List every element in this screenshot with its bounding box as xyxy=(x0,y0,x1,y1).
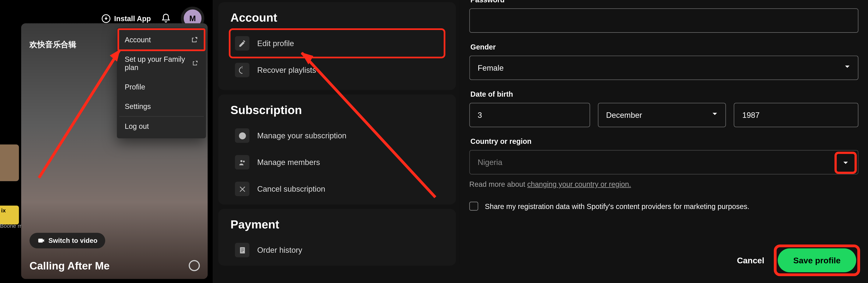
sidebar-item-label: Order history xyxy=(257,246,302,254)
spotify-home-panel: Install App M ix Boone rren 欢快音乐合辑 Switc… xyxy=(0,0,213,283)
svg-rect-1 xyxy=(38,239,43,242)
annotation-arrow xyxy=(33,44,134,183)
svg-point-5 xyxy=(240,160,242,162)
country-select[interactable]: Nigeria xyxy=(469,150,859,175)
section-head-account: Account xyxy=(230,11,444,25)
install-app-label: Install App xyxy=(114,14,151,23)
pencil-icon xyxy=(235,36,249,50)
country-value: Nigeria xyxy=(478,158,502,167)
country-label: Country or region xyxy=(470,137,859,145)
gender-label: Gender xyxy=(470,43,859,51)
dob-year-input[interactable] xyxy=(734,103,859,127)
svg-line-8 xyxy=(302,53,435,197)
menu-item-label: Set up your Family plan xyxy=(125,55,191,72)
marketing-consent-row[interactable]: Share my registration data with Spotify'… xyxy=(469,202,859,211)
marketing-label: Share my registration data with Spotify'… xyxy=(485,202,749,210)
refresh-icon xyxy=(235,63,249,77)
receipt-icon xyxy=(235,243,249,257)
dob-day-input[interactable] xyxy=(469,103,590,127)
svg-point-6 xyxy=(243,160,244,162)
switch-video-label: Switch to video xyxy=(49,237,97,245)
account-settings-sidebar: Account Edit profile Recover playlists S… xyxy=(213,0,459,283)
svg-point-4 xyxy=(239,132,246,139)
video-icon xyxy=(37,237,45,245)
password-input[interactable] xyxy=(469,8,859,33)
svg-line-2 xyxy=(39,50,120,178)
external-link-icon xyxy=(190,36,198,43)
annotation-arrow xyxy=(296,47,441,203)
chevron-down-icon xyxy=(837,154,855,172)
download-icon xyxy=(101,13,111,23)
svg-marker-3 xyxy=(110,50,120,61)
sidebar-thumb-mix: ix xyxy=(0,206,19,224)
external-link-icon xyxy=(191,60,198,67)
save-button-highlight: Save profile xyxy=(777,247,858,273)
edit-profile-form: Password Gender Female Date of birth Dec… xyxy=(459,0,868,283)
notifications-icon[interactable] xyxy=(161,13,171,23)
gender-value: Female xyxy=(478,63,504,72)
gender-select[interactable]: Female xyxy=(469,56,859,80)
dob-label: Date of birth xyxy=(470,90,859,98)
password-label: Password xyxy=(470,0,859,4)
marketing-checkbox[interactable] xyxy=(469,202,478,211)
cancel-button[interactable]: Cancel xyxy=(737,255,764,265)
country-readmore: Read more about changing your country or… xyxy=(469,180,859,188)
section-head-payment: Payment xyxy=(230,218,444,231)
spotify-icon xyxy=(235,129,249,143)
close-icon xyxy=(235,182,249,196)
change-country-link[interactable]: changing your country or region. xyxy=(527,180,631,188)
save-profile-button[interactable]: Save profile xyxy=(778,248,856,272)
install-app-button[interactable]: Install App xyxy=(101,13,151,23)
dob-month-select[interactable]: December xyxy=(598,103,726,127)
avatar-initial: M xyxy=(189,14,196,23)
members-icon xyxy=(235,155,249,169)
dob-month-value: December xyxy=(606,111,642,119)
switch-to-video-button[interactable]: Switch to video xyxy=(29,233,105,249)
chevron-down-icon xyxy=(843,62,852,73)
sidebar-item-label: Edit profile xyxy=(257,39,294,48)
sidebar-item-order-history[interactable]: Order history xyxy=(230,237,444,263)
info-icon[interactable] xyxy=(189,260,200,271)
sidebar-thumb xyxy=(0,144,19,181)
chevron-down-icon xyxy=(711,110,719,121)
menu-item-label: Account xyxy=(125,36,151,44)
song-title: Calling After Me xyxy=(29,260,110,272)
